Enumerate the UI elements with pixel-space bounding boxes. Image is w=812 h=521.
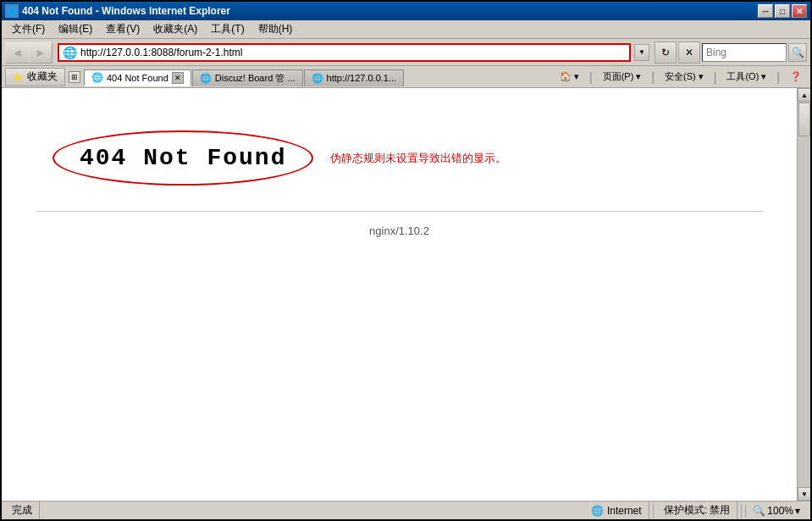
forward-button[interactable]: ► [29, 42, 52, 64]
title-bar-buttons: ─ □ ✕ [758, 4, 807, 18]
error-note: 伪静态规则未设置导致出错的显示。 [330, 151, 506, 166]
fav-tab-bar: ★ 收藏夹 ⊞ 🌐 404 Not Found ✕ 🌐 Discuz! Boar… [2, 66, 810, 88]
sep-v2 [741, 504, 742, 518]
zoom-section[interactable]: 🔍 100% ▾ [745, 505, 807, 517]
tab-local[interactable]: 🌐 http://127.0.0.1... [304, 69, 405, 86]
stop-button[interactable]: ✕ [678, 42, 700, 64]
close-button[interactable]: ✕ [792, 4, 807, 18]
globe-icon: 🌐 [591, 505, 604, 517]
menu-tools[interactable]: 工具(T) [204, 20, 251, 38]
menu-favorites[interactable]: 收藏夹(A) [146, 20, 204, 38]
zoom-icon: 🔍 [753, 505, 765, 517]
browser-icon: 🌐 [5, 4, 19, 18]
tab-icon-local: 🌐 [312, 72, 323, 84]
home-button[interactable]: 🏠 ▾ [555, 69, 584, 84]
tab-label-discuz: Discuz! Board 管 ... [215, 72, 296, 85]
page-content: 404 Not Found 伪静态规则未设置导致出错的显示。 nginx/1.1… [2, 88, 797, 501]
zoom-text: 100% [767, 505, 793, 517]
star-icon: ★ [13, 70, 24, 84]
tab-404[interactable]: 🌐 404 Not Found ✕ [84, 69, 191, 86]
refresh-button[interactable]: ↻ [655, 42, 677, 64]
maximize-button[interactable]: □ [775, 4, 790, 18]
error-title: 404 Not Found [80, 145, 286, 171]
tab-icon-404: 🌐 [91, 72, 103, 84]
title-bar: 🌐 404 Not Found - Windows Internet Explo… [2, 2, 810, 20]
tools-button[interactable]: 工具(O) ▾ [721, 69, 771, 85]
scroll-down-button[interactable]: ▼ [798, 487, 810, 501]
scroll-track[interactable] [798, 102, 810, 487]
address-input[interactable] [80, 47, 626, 58]
tab-close-404[interactable]: ✕ [172, 72, 184, 84]
menu-file[interactable]: 文件(F) [5, 20, 52, 38]
tab-label-404: 404 Not Found [107, 73, 168, 83]
security-button[interactable]: 安全(S) ▾ [660, 69, 709, 85]
zone-text: Internet [607, 505, 642, 517]
address-icon: 🌐 [63, 46, 77, 59]
sep4: | [776, 70, 780, 84]
server-info: nginx/1.10.2 [19, 212, 780, 250]
tab-label-local: http://127.0.0.1... [327, 73, 397, 83]
sep3: | [714, 70, 717, 84]
search-bar[interactable] [702, 43, 787, 62]
menu-view[interactable]: 查看(V) [99, 20, 146, 38]
search-input[interactable] [706, 47, 782, 58]
menu-bar: 文件(F) 编辑(E) 查看(V) 收藏夹(A) 工具(T) 帮助(H) [2, 20, 810, 39]
tab-discuz[interactable]: 🌐 Discuz! Board 管 ... [192, 69, 303, 86]
tab-grid-button[interactable]: ⊞ [69, 71, 80, 83]
nav-buttons: ◄ ► [5, 42, 52, 64]
favorites-button[interactable]: ★ 收藏夹 [5, 68, 65, 86]
page-button[interactable]: 页面(P) ▾ [598, 69, 647, 85]
title-bar-left: 🌐 404 Not Found - Windows Internet Explo… [5, 4, 230, 18]
error-oval: 404 Not Found [52, 130, 313, 186]
minimize-button[interactable]: ─ [758, 4, 773, 18]
error-section: 404 Not Found 伪静态规则未设置导致出错的显示。 [19, 105, 780, 211]
status-bar: 完成 🌐 Internet 保护模式: 禁用 🔍 100% ▾ [2, 501, 810, 519]
window-title: 404 Not Found - Windows Internet Explore… [22, 5, 230, 17]
main-area: 404 Not Found 伪静态规则未设置导致出错的显示。 nginx/1.1… [2, 88, 810, 501]
zoom-dropdown-icon[interactable]: ▾ [795, 505, 800, 517]
sep1: | [589, 70, 593, 84]
scroll-thumb[interactable] [798, 103, 810, 136]
status-text: 完成 [12, 503, 32, 518]
scroll-up-button[interactable]: ▲ [798, 88, 810, 102]
tab-icon-discuz: 🌐 [200, 72, 212, 84]
tabs-container: 🌐 404 Not Found ✕ 🌐 Discuz! Board 管 ... … [84, 69, 551, 86]
status-text-section: 完成 [5, 502, 40, 519]
browser-window: 🌐 404 Not Found - Windows Internet Explo… [0, 0, 812, 521]
sep-v1 [653, 504, 654, 518]
vertical-scrollbar: ▲ ▼ [797, 88, 810, 501]
address-bar-container: 🌐 ▼ [58, 43, 649, 62]
internet-zone-section: 🌐 Internet [584, 502, 649, 519]
protection-text: 保护模式: 禁用 [664, 503, 731, 518]
fav-bar-right: 🏠 ▾ | 页面(P) ▾ | 安全(S) ▾ | 工具(O) ▾ | ❓ [555, 69, 807, 85]
search-container: 🔍 [702, 43, 807, 62]
help-button[interactable]: ❓ [785, 69, 807, 84]
menu-help[interactable]: 帮助(H) [251, 20, 300, 38]
toolbar: ◄ ► 🌐 ▼ ↻ ✕ 🔍 [2, 39, 810, 66]
back-button[interactable]: ◄ [5, 42, 29, 64]
favorites-label: 收藏夹 [27, 69, 58, 84]
protection-section: 保护模式: 禁用 [657, 502, 738, 519]
menu-edit[interactable]: 编辑(E) [52, 20, 99, 38]
sep2: | [651, 70, 655, 84]
address-dropdown[interactable]: ▼ [634, 44, 649, 61]
search-button[interactable]: 🔍 [788, 43, 807, 62]
address-bar[interactable]: 🌐 [58, 43, 631, 62]
